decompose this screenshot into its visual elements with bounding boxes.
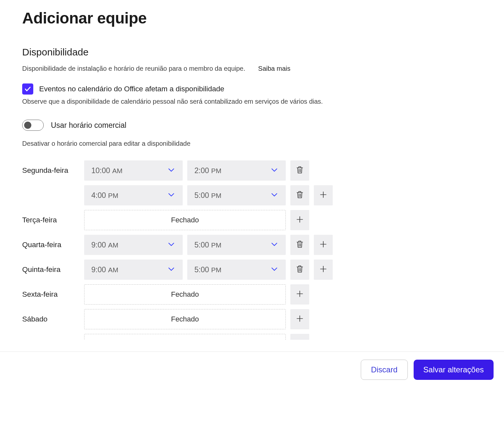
add-slot-button[interactable]: [290, 334, 309, 340]
day-slots: Fechado: [84, 284, 309, 305]
delete-slot-button[interactable]: [290, 160, 309, 181]
delete-slot-button[interactable]: [290, 260, 309, 280]
chevron-down-icon: [270, 265, 279, 275]
add-slot-button[interactable]: [314, 235, 333, 255]
office-events-label: Eventos no calendário do Office afetam a…: [39, 85, 224, 93]
closed-slot: Fechado: [84, 309, 286, 329]
day-label: Quarta-feira: [22, 235, 80, 249]
chevron-down-icon: [270, 190, 279, 200]
time-value: 10:00 AM: [91, 166, 122, 175]
availability-schedule: Segunda-feira10:00 AM2:00 PM4:00 PM5:00 …: [22, 160, 482, 340]
day-slots: 9:00 AM5:00 PM: [84, 235, 333, 255]
closed-slot: Fechado: [84, 334, 286, 340]
day-slots: 10:00 AM2:00 PM4:00 PM5:00 PM: [84, 160, 333, 205]
trash-icon: [296, 190, 304, 200]
add-slot-button[interactable]: [290, 309, 309, 329]
day-slots: Fechado: [84, 210, 309, 230]
time-value: 5:00 PM: [194, 191, 221, 200]
trash-icon: [296, 240, 304, 250]
day-slots: Fechado: [84, 309, 309, 329]
plus-icon: [296, 314, 304, 324]
time-select-end[interactable]: 5:00 PM: [187, 260, 286, 280]
closed-slot: Fechado: [84, 284, 286, 305]
plus-icon: [319, 190, 328, 200]
time-select-start[interactable]: 4:00 PM: [84, 185, 183, 205]
trash-icon: [296, 265, 304, 275]
learn-more-link[interactable]: Saiba mais: [258, 65, 290, 72]
time-select-start[interactable]: 10:00 AM: [84, 160, 183, 181]
check-icon: [24, 85, 31, 93]
add-slot-button[interactable]: [290, 210, 309, 230]
delete-slot-button[interactable]: [290, 185, 309, 205]
office-events-note: Observe que a disponibilidade de calendá…: [22, 98, 482, 105]
chevron-down-icon: [167, 190, 176, 200]
day-label: Sexta-feira: [22, 284, 80, 299]
plus-icon: [296, 339, 304, 340]
time-value: 5:00 PM: [194, 241, 221, 249]
page-title: Adicionar equipe: [22, 9, 482, 27]
discard-button[interactable]: Discard: [361, 360, 407, 380]
day-row: Terça-feiraFechado: [22, 210, 482, 230]
closed-slot: Fechado: [84, 210, 286, 230]
office-events-checkbox[interactable]: [22, 83, 33, 95]
day-row: Quinta-feira9:00 AM5:00 PM: [22, 260, 482, 280]
day-label: Sábado: [22, 309, 80, 323]
time-select-end[interactable]: 5:00 PM: [187, 235, 286, 255]
add-slot-button[interactable]: [314, 185, 333, 205]
delete-slot-button[interactable]: [290, 235, 309, 255]
day-row: Segunda-feira10:00 AM2:00 PM4:00 PM5:00 …: [22, 160, 482, 205]
chevron-down-icon: [270, 166, 279, 175]
chevron-down-icon: [167, 265, 176, 275]
time-select-end[interactable]: 5:00 PM: [187, 185, 286, 205]
availability-description: Disponibilidade de instalação e horário …: [22, 65, 482, 72]
time-value: 9:00 AM: [91, 265, 118, 274]
time-value: 5:00 PM: [194, 265, 221, 274]
day-row: SábadoFechado: [22, 309, 482, 329]
add-slot-button[interactable]: [290, 284, 309, 305]
plus-icon: [319, 240, 328, 250]
day-label: Quinta-feira: [22, 260, 80, 274]
day-slots: 9:00 AM5:00 PM: [84, 260, 333, 280]
day-label: Segunda-feira: [22, 160, 80, 175]
business-hours-hint: Desativar o horário comercial para edita…: [22, 140, 482, 147]
chevron-down-icon: [270, 240, 279, 250]
time-value: 4:00 PM: [91, 191, 118, 200]
time-select-start[interactable]: 9:00 AM: [84, 235, 183, 255]
trash-icon: [296, 166, 304, 175]
business-hours-label: Usar horário comercial: [51, 121, 126, 130]
time-select-end[interactable]: 2:00 PM: [187, 160, 286, 181]
chevron-down-icon: [167, 166, 176, 175]
availability-heading: Disponibilidade: [22, 47, 482, 58]
plus-icon: [296, 215, 304, 225]
day-label: Domingo: [22, 334, 80, 340]
time-value: 2:00 PM: [194, 166, 221, 175]
footer-bar: Discard Salvar alterações: [0, 351, 504, 388]
time-select-start[interactable]: 9:00 AM: [84, 260, 183, 280]
plus-icon: [296, 290, 304, 299]
business-hours-toggle[interactable]: [22, 120, 44, 131]
plus-icon: [319, 265, 328, 275]
day-row: DomingoFechado: [22, 334, 482, 340]
time-value: 9:00 AM: [91, 241, 118, 249]
save-button[interactable]: Salvar alterações: [414, 360, 494, 380]
add-slot-button[interactable]: [314, 260, 333, 280]
day-label: Terça-feira: [22, 210, 80, 224]
day-row: Sexta-feiraFechado: [22, 284, 482, 305]
day-row: Quarta-feira9:00 AM5:00 PM: [22, 235, 482, 255]
chevron-down-icon: [167, 240, 176, 250]
day-slots: Fechado: [84, 334, 309, 340]
